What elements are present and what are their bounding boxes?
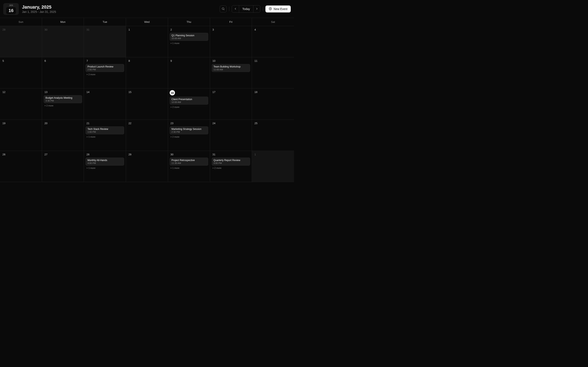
day-number: 11	[254, 59, 292, 63]
event-title: Q1 Planning Session	[172, 34, 207, 37]
day-header: Sat	[252, 18, 294, 26]
day-header: Tue	[84, 18, 126, 26]
calendar-event[interactable]: Team Building Workshop11:00 AM	[212, 64, 250, 72]
more-events-link[interactable]: + 2 more	[170, 136, 208, 138]
day-number: 31	[86, 28, 124, 32]
calendar-cell[interactable]: 5	[0, 57, 42, 89]
more-events-link[interactable]: + 1 more	[86, 167, 124, 169]
event-time: 3:00 PM	[214, 162, 249, 164]
more-events-link[interactable]: + 2 more	[170, 106, 208, 108]
event-title: Monthly All-Hands	[87, 159, 122, 162]
day-number: 30	[44, 28, 82, 32]
calendar-event[interactable]: Project Retrospective11:30 AM	[170, 158, 208, 166]
event-time: 4:00 PM	[87, 162, 122, 164]
day-number: 3	[212, 28, 250, 32]
event-time: 1:00 PM	[87, 131, 122, 133]
calendar-cell[interactable]: 30Project Retrospective11:30 AM+ 1 more	[168, 151, 210, 182]
more-events-link[interactable]: + 1 more	[170, 167, 208, 169]
event-title: Marketing Strategy Session	[172, 128, 207, 131]
calendar-cell[interactable]: 18	[252, 89, 294, 120]
event-time: 10:00 AM	[172, 101, 207, 103]
event-time: 11:30 AM	[172, 162, 207, 164]
calendar-cell[interactable]: 6	[42, 57, 84, 89]
day-number: 15	[128, 90, 166, 94]
calendar-event[interactable]: Product Launch Review2:00 PM	[86, 64, 124, 72]
calendar-cell[interactable]: 9	[168, 57, 210, 89]
calendar-cell[interactable]: 7Product Launch Review2:00 PM+ 2 more	[84, 57, 126, 89]
calendar-event[interactable]: Tech Stack Review1:00 PM	[86, 126, 124, 134]
day-number: 31	[212, 152, 250, 156]
calendar-cell[interactable]: 12	[0, 89, 42, 120]
calendar-event[interactable]: Monthly All-Hands4:00 PM	[86, 158, 124, 166]
day-number: 27	[44, 152, 82, 156]
calendar-cell[interactable]: 13Budget Analysis Meeting3:30 PM+ 2 more	[42, 89, 84, 120]
calendar-cell[interactable]: 4	[252, 26, 294, 57]
next-month-button[interactable]	[253, 6, 260, 12]
calendar-event[interactable]: Quarterly Report Review3:00 PM	[212, 158, 250, 166]
calendar-cell[interactable]: 28Monthly All-Hands4:00 PM+ 1 more	[84, 151, 126, 182]
calendar-cell[interactable]: 1	[252, 151, 294, 182]
calendar-cell[interactable]: 29	[0, 26, 42, 57]
day-number: 23	[170, 121, 208, 125]
day-number: 7	[86, 59, 124, 63]
today-button[interactable]: Today	[239, 6, 253, 12]
calendar-cell[interactable]: 22	[126, 120, 168, 151]
search-button[interactable]	[220, 6, 227, 12]
calendar-cell[interactable]: 19	[0, 120, 42, 151]
calendar-cell[interactable]: 3	[210, 26, 252, 57]
more-events-link[interactable]: + 2 more	[86, 73, 124, 76]
more-events-link[interactable]: + 1 more	[86, 136, 124, 138]
calendar-event[interactable]: Q1 Planning Session10:00 AM	[170, 33, 208, 41]
calendar-cell[interactable]: 1	[126, 26, 168, 57]
calendar-cell[interactable]: 25	[252, 120, 294, 151]
more-events-link[interactable]: + 1 more	[170, 42, 208, 44]
calendar-cell[interactable]: 21Tech Stack Review1:00 PM+ 1 more	[84, 120, 126, 151]
event-time: 3:30 PM	[45, 100, 80, 102]
new-event-button[interactable]: New Event	[265, 6, 291, 12]
day-header: Fri	[210, 18, 252, 26]
day-number: 5	[2, 59, 40, 63]
more-events-link[interactable]: + 2 more	[44, 104, 82, 107]
calendar-cell[interactable]: 11	[252, 57, 294, 89]
svg-point-0	[222, 8, 224, 9]
date-range: Jan 1, 2025 - Jan 31, 2025	[22, 10, 56, 13]
current-date-badge: JAN 16	[3, 3, 19, 15]
day-number: 9	[170, 59, 208, 63]
calendar-cell[interactable]: 20	[42, 120, 84, 151]
calendar-cell[interactable]: 8	[126, 57, 168, 89]
calendar-event[interactable]: Budget Analysis Meeting3:30 PM	[44, 95, 82, 103]
plus-circle-icon	[269, 7, 272, 11]
prev-month-button[interactable]	[232, 6, 239, 12]
calendar-cell[interactable]: 31	[84, 26, 126, 57]
day-number: 25	[254, 121, 292, 125]
event-title: Quarterly Report Review	[214, 159, 249, 162]
calendar-cell[interactable]: 23Marketing Strategy Session2:30 PM+ 2 m…	[168, 120, 210, 151]
day-number: 29	[128, 152, 166, 156]
day-header: Wed	[126, 18, 168, 26]
day-number: 18	[254, 90, 292, 94]
calendar-cell[interactable]: 14	[84, 89, 126, 120]
divider	[229, 7, 229, 11]
calendar-event[interactable]: Client Presentation10:00 AM	[170, 97, 208, 105]
calendar-event[interactable]: Marketing Strategy Session2:30 PM	[170, 126, 208, 134]
calendar-cell[interactable]: 27	[42, 151, 84, 182]
more-events-link[interactable]: + 2 more	[212, 167, 250, 169]
calendar-cell[interactable]: 31Quarterly Report Review3:00 PM+ 2 more	[210, 151, 252, 182]
calendar-cell[interactable]: 15	[126, 89, 168, 120]
date-badge-day: 16	[6, 7, 16, 14]
calendar-cell[interactable]: 30	[42, 26, 84, 57]
day-number: 17	[212, 90, 250, 94]
divider	[263, 7, 263, 11]
calendar-cell[interactable]: 24	[210, 120, 252, 151]
day-number: 19	[2, 121, 40, 125]
calendar-cell[interactable]: 16Client Presentation10:00 AM+ 2 more	[168, 89, 210, 120]
calendar-cell[interactable]: 29	[126, 151, 168, 182]
calendar-cell[interactable]: 2Q1 Planning Session10:00 AM+ 1 more	[168, 26, 210, 57]
day-number: 20	[44, 121, 82, 125]
calendar-cell[interactable]: 10Team Building Workshop11:00 AM	[210, 57, 252, 89]
calendar-cell[interactable]: 17	[210, 89, 252, 120]
event-title: Team Building Workshop	[214, 65, 249, 68]
day-number: 13	[44, 90, 82, 94]
calendar-cell[interactable]: 26	[0, 151, 42, 182]
event-time: 2:00 PM	[87, 68, 122, 71]
